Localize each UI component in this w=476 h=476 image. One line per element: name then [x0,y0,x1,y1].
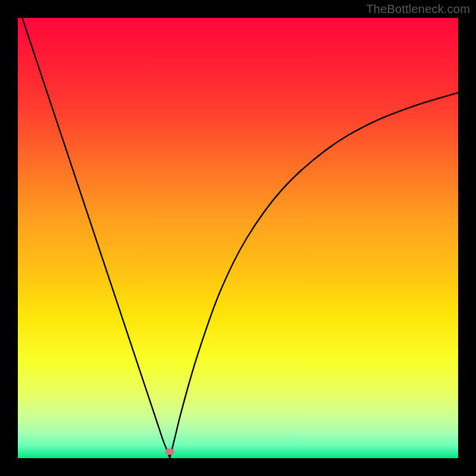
chart-frame: TheBottleneck.com [0,0,476,476]
plot-area [18,18,458,458]
background-gradient [18,18,458,458]
watermark-text: TheBottleneck.com [366,2,470,16]
svg-rect-0 [18,18,458,458]
